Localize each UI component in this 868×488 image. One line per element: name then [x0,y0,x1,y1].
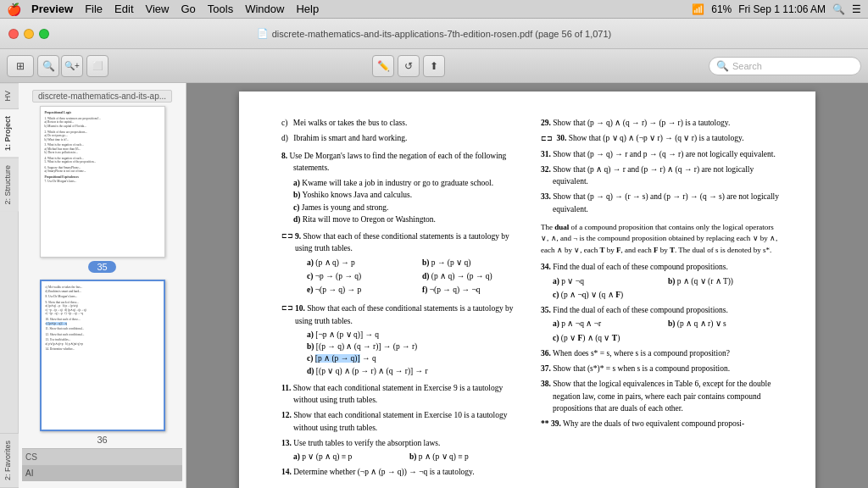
prob-34b: b) p ∧ (q ∨ (r ∧ T)) [680,275,782,287]
prob-30: ⊏⊐ 30. Show that (p ∨ q) ∧ (¬p ∨ r) → (q… [541,132,782,144]
menubar: 🍎 Preview File Edit View Go Tools Window… [0,0,868,19]
datetime: Fri Sep 1 11:06 AM [738,3,826,15]
prob-8d: d) Rita will move to Oregon or Washingto… [293,214,524,225]
prob-10d: d) [(p ∨ q) ∧ (p → r) ∧ (q → r)] → r [307,365,524,377]
prob-10-icon: ⊏⊐ [281,303,293,313]
prob-29: 29. Show that (p → q) ∧ (q → r) → (p → r… [541,117,782,129]
prob-10-subs: a) [¬p ∧ (p ∨ q)] → q b) [(p → q) ∧ (q →… [307,329,524,377]
prob-9-subs: a) (p ∧ q) → p b) p → (p ∨ q) c) ¬p → (p… [307,257,524,297]
prob-10a: a) [¬p ∧ (p ∨ q)] → q [307,329,524,341]
annotation-btn[interactable]: ✏️ [372,55,394,77]
document-area[interactable]: c) Mei walks or takes the bus to class. … [186,83,868,488]
maximize-button[interactable] [39,29,49,39]
menubar-window[interactable]: Window [245,3,284,15]
search-icon: 🔍 [716,60,729,72]
dual-definition: The dual of a compound proposition that … [541,222,782,257]
prob-10c: c) [p ∧ (p → q)] → q [307,352,524,364]
prob-9-row2: c) ¬p → (p → q) d) (p ∧ q) → (p → q) [307,270,524,282]
prob-8: 8. Use De Morgan's laws to find the nega… [281,150,524,175]
prob-9c: c) ¬p → (p → q) [307,270,409,282]
main-window: 📄 discrete-mathematics-and-its-applicati… [0,19,868,488]
prob-c-text: Mei walks or takes the bus to class. [293,119,408,127]
ai-label: AI [25,469,33,478]
page-thumbnail-35[interactable]: Propositional Logic 1. Which of these se… [40,106,165,258]
prob-10b: b) [(p → q) ∧ (q → r)] → (p → r) [307,341,524,352]
prob-35a: a) p ∧ ¬q ∧ ¬r [565,318,666,330]
menubar-app[interactable]: Preview [31,3,73,15]
prob-9-row3: e) ¬(p → q) → p f) ¬(p → q) → ¬q [307,284,524,296]
prob-10-content: 10. Show that each of these conditional … [295,302,524,377]
spotlight-icon[interactable]: 🔍 [832,3,845,15]
right-column: 29. Show that (p → q) ∧ (q → r) → (p → r… [541,117,782,482]
prob-11: 11. Show that each conditional statement… [281,382,524,407]
prob-9b: b) p → (p ∨ q) [422,257,524,269]
menubar-go[interactable]: Go [181,3,195,15]
share-btn[interactable]: ⬆ [423,55,445,77]
search-field[interactable]: 🔍 Search [709,57,861,75]
document-page: c) Mei walks or takes the bus to class. … [239,92,815,488]
prob-c-label: c) [281,119,287,127]
two-column-layout: c) Mei walks or takes the bus to class. … [281,117,782,482]
prob-13-subs: a) p ∨ (p ∧ q) ≡ p b) p ∧ (p ∨ q) ≡ p [305,451,524,463]
close-button[interactable] [8,29,19,39]
apple-menu[interactable]: 🍎 [7,3,21,16]
battery-percent: 61% [711,3,732,15]
prob-35: 35. Find the dual of each of these compo… [541,304,782,344]
sidebar-bottom-label: CS [22,448,182,464]
titlebar-title: 📄 discrete-mathematics-and-its-applicati… [257,28,612,39]
titlebar: 📄 discrete-mathematics-and-its-applicati… [0,19,868,49]
prob-38: 38. Show that the logical equivalences i… [541,378,782,414]
prob-14: 14. Determine whether (¬p ∧ (p → q)) → ¬… [281,466,524,478]
prob-d-label: d) [281,134,288,142]
prob-9a: a) (p ∧ q) → p [307,257,409,269]
prob-c-mei: c) Mei walks or takes the bus to class. [281,117,524,129]
sidebar-tab-hv[interactable]: HV [0,83,19,108]
menubar-items: Preview File Edit View Go Tools Window H… [31,3,319,15]
sidebar: HV 1: Project 2: Structure 2: Favorites … [0,83,186,488]
zoom-in-btn[interactable]: 🔍+ [61,55,83,77]
prob-34-subs: a) p ∨ ¬q b) p ∧ (q ∨ (r ∧ T)) c) (p ∧ ¬… [565,275,782,302]
menubar-edit[interactable]: Edit [114,3,133,15]
menubar-file[interactable]: File [85,3,103,15]
prob-8-num: 8. [281,152,287,160]
sidebar-ai-label: AI [22,465,182,481]
menubar-view[interactable]: View [146,3,170,15]
menubar-tools[interactable]: Tools [208,3,233,15]
cs-label: CS [25,452,37,462]
sidebar-tab-project[interactable]: 1: Project [0,108,19,158]
prob-d-ibrahim: d) Ibrahim is smart and hard working. [281,132,524,144]
prob-9e: e) ¬(p → q) → p [307,284,409,296]
filename-label: discrete-mathematics-and-its-ap... [32,90,172,103]
menubar-help[interactable]: Help [296,3,319,15]
prob-d-text: Ibrahim is smart and hard working. [293,134,407,142]
prob-8-subs: a) Kwame will take a job in industry or … [293,177,524,225]
prob-13-row: a) p ∨ (p ∧ q) ≡ p b) p ∧ (p ∨ q) ≡ p [305,451,524,463]
notification-icon[interactable]: ☰ [852,3,861,15]
prob-35-row1: a) p ∧ ¬q ∧ ¬r b) (p ∧ q ∧ r) ∨ s [565,318,782,330]
prob-8b: b) Yoshiko knows Java and calculus. [293,189,524,201]
prob-35-subs: a) p ∧ ¬q ∧ ¬r b) (p ∧ q ∧ r) ∨ s c) (p … [565,318,782,344]
toolbar: ⊞ 🔍 🔍+ ⬜ ✏️ ↺ ⬆ 🔍 Search [0,49,868,83]
prob-9f: f) ¬(p → q) → ¬q [422,284,524,296]
prob-13: 13. Use truth tables to verify the absor… [281,437,524,463]
page-num-36: 36 [97,435,107,445]
sidebar-toggle-btn[interactable]: ⊞ [7,55,34,77]
left-column: c) Mei walks or takes the bus to class. … [281,117,524,482]
prob-34c: c) (p ∧ ¬q) ∨ (q ∧ F) [565,289,782,301]
sidebar-tab-favorites[interactable]: 2: Favorites [0,433,19,488]
rotate-btn[interactable]: ↺ [398,55,420,77]
prob-33: 33. Show that (p → q) → (r → s) and (p →… [541,191,782,215]
zoom-out-btn[interactable]: 🔍 [37,55,59,77]
prob-9-icon: ⊏⊐ [281,231,293,241]
sidebar-spacer [0,211,18,433]
prob-8a: a) Kwame will take a job in industry or … [293,177,524,189]
traffic-lights [8,29,49,39]
page-thumbnail-36[interactable]: c) Mei walks or takes the bus... d) Ibra… [40,280,165,431]
prob-30-icon: ⊏⊐ [541,135,553,142]
prob-35b: b) (p ∧ q ∧ r) ∨ s [680,318,782,330]
prob-12: 12. Show that each conditional statement… [281,409,524,434]
minimize-button[interactable] [24,29,34,39]
prob-34a: a) p ∨ ¬q [565,275,666,287]
fit-page-btn[interactable]: ⬜ [86,55,108,77]
sidebar-tab-structure[interactable]: 2: Structure [0,158,19,212]
